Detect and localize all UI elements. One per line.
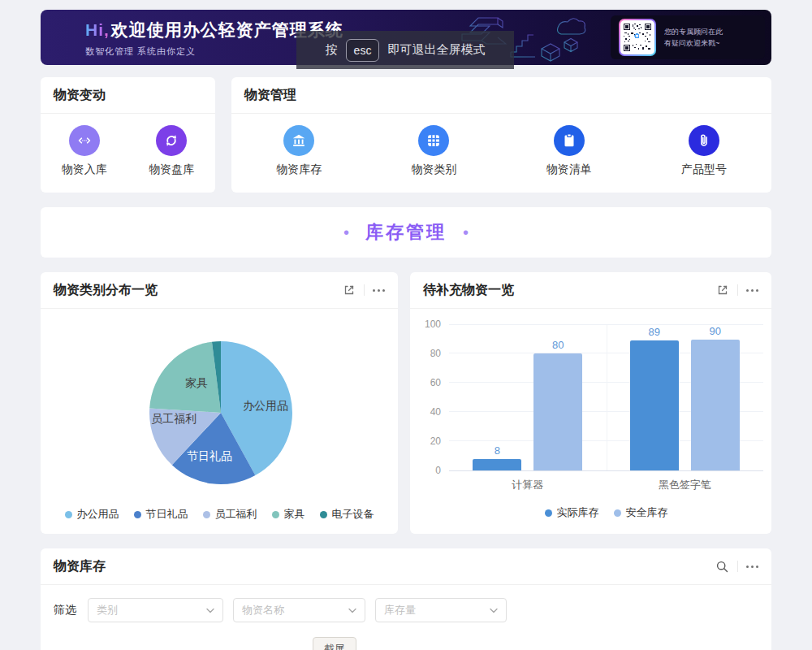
- clipboard-icon: [554, 125, 585, 156]
- export-icon[interactable]: [343, 284, 356, 297]
- bar-actual-stock[interactable]: [473, 459, 521, 470]
- shortcut-label: 物资类别: [411, 162, 456, 177]
- material-stock-title: 物资库存: [54, 558, 715, 575]
- material-management-title: 物资管理: [244, 87, 758, 104]
- stock-quantity-select[interactable]: 库存量: [375, 598, 507, 622]
- material-changes-card: 物资变动 物资入库: [41, 77, 215, 193]
- pie-card-title: 物资类别分布一览: [54, 282, 343, 299]
- y-axis-tick: 60: [412, 377, 441, 388]
- legend-item[interactable]: 家具: [272, 507, 305, 522]
- legend-item[interactable]: 办公用品: [65, 507, 119, 522]
- bar-safety-stock[interactable]: [691, 340, 740, 470]
- bar-value-label: 90: [710, 325, 721, 337]
- banner-greeting: Hi,: [85, 20, 111, 39]
- legend-item[interactable]: 安全库存: [614, 505, 668, 520]
- x-axis-label: 黑色签字笔: [607, 478, 764, 492]
- legend-dot: [65, 511, 72, 518]
- bar-value-label: 8: [495, 444, 500, 457]
- esc-key: esc: [346, 39, 380, 62]
- y-axis-tick: 100: [412, 318, 441, 330]
- bar-group-calculator: 8 80: [449, 325, 607, 470]
- shortcut-label: 产品型号: [681, 162, 727, 177]
- qr-caption: 您的专属顾问在此 有疑问欢迎来戳~: [664, 26, 723, 50]
- section-title: 库存管理: [365, 220, 447, 245]
- filter-label: 筛选: [54, 603, 76, 618]
- header-divider: [737, 561, 738, 572]
- shortcut-material-category[interactable]: 物资类别: [411, 125, 456, 177]
- legend-item[interactable]: 电子设备: [320, 507, 374, 522]
- shortcut-label: 物资盘库: [149, 162, 194, 177]
- legend-dot: [320, 511, 327, 518]
- legend-label: 安全库存: [626, 505, 668, 520]
- screenshot-button[interactable]: 截屏: [313, 637, 356, 650]
- legend-label: 节日礼品: [146, 507, 188, 522]
- bar-legend: 实际库存 安全库存: [449, 505, 763, 520]
- fullscreen-exit-toast: 按 esc 即可退出全屏模式: [296, 31, 514, 69]
- more-menu-icon[interactable]: [746, 566, 758, 568]
- more-menu-icon[interactable]: [373, 289, 385, 292]
- qr-code: [619, 19, 656, 56]
- legend-dot: [272, 511, 279, 518]
- legend-item[interactable]: 实际库存: [545, 505, 599, 520]
- y-axis-tick: 20: [412, 436, 441, 447]
- shortcut-label: 物资库存: [276, 162, 322, 177]
- material-changes-title: 物资变动: [54, 87, 202, 104]
- legend-label: 家具: [284, 507, 305, 522]
- bar-actual-stock[interactable]: [630, 340, 679, 470]
- material-name-select[interactable]: 物资名称: [233, 598, 365, 622]
- x-axis-label: 计算器: [449, 478, 607, 492]
- bar-group-black-pen: 89 90: [607, 325, 764, 470]
- bank-icon: [283, 125, 314, 156]
- bar-value-label: 89: [649, 326, 660, 338]
- bar-chart: 0 20 40 60 80 100 8 80: [410, 309, 771, 520]
- shortcut-material-stocktake[interactable]: 物资盘库: [149, 125, 194, 177]
- grid-icon: [418, 125, 449, 156]
- shortcut-material-list[interactable]: 物资清单: [546, 125, 592, 177]
- export-icon[interactable]: [716, 284, 729, 297]
- pie-chart: 办公用品 节日礼品 员工福利 家具: [41, 309, 398, 504]
- select-placeholder: 物资名称: [242, 603, 284, 618]
- legend-dot: [614, 509, 621, 517]
- legend-item[interactable]: 员工福利: [203, 507, 257, 522]
- category-distribution-card: 物资类别分布一览 办公用品 节日礼品 员工福利 家具 办公用品 节日礼品 员工福…: [41, 272, 398, 534]
- shortcut-material-stock[interactable]: 物资库存: [276, 125, 322, 177]
- pie-legend: 办公用品 节日礼品 员工福利 家具 电子设备: [41, 507, 398, 522]
- category-select[interactable]: 类别: [88, 598, 223, 622]
- qr-caption-line1: 您的专属顾问在此: [664, 26, 723, 37]
- legend-item[interactable]: 节日礼品: [134, 507, 188, 522]
- sync-icon: [156, 125, 187, 156]
- chevron-down-icon: [490, 608, 498, 613]
- legend-dot: [545, 509, 552, 517]
- pie-inner-label: 办公用品: [243, 399, 288, 412]
- inventory-section-banner: • 库存管理 •: [41, 207, 771, 258]
- more-menu-icon[interactable]: [746, 289, 758, 292]
- pie-inner-label: 员工福利: [151, 412, 197, 425]
- bar-safety-stock[interactable]: [533, 353, 582, 470]
- material-stock-card: 物资库存 筛选 类别 物资名称 库存量: [41, 548, 771, 650]
- qr-caption-line2: 有疑问欢迎来戳~: [664, 37, 723, 49]
- filter-row: 筛选 类别 物资名称 库存量: [41, 585, 771, 635]
- chevron-down-icon: [206, 608, 214, 613]
- shortcut-label: 物资清单: [546, 162, 592, 177]
- pie-inner-label: 节日礼品: [187, 449, 232, 462]
- section-dot-left: •: [343, 223, 349, 242]
- shortcut-product-model[interactable]: 产品型号: [681, 125, 727, 177]
- x-axis-labels: 计算器 黑色签字笔: [449, 478, 763, 492]
- search-icon[interactable]: [715, 560, 729, 574]
- restock-needed-card: 待补充物资一览 0 20 40 60 80: [410, 272, 771, 534]
- legend-dot: [134, 511, 141, 518]
- section-dot-right: •: [463, 223, 469, 242]
- arrows-in-out-icon: [69, 125, 100, 156]
- toast-prefix: 按: [326, 42, 338, 58]
- qr-panel: 您的专属顾问在此 有疑问欢迎来戳~: [611, 15, 765, 59]
- shortcut-material-inbound[interactable]: 物资入库: [62, 125, 107, 177]
- y-axis-tick: 40: [412, 406, 441, 418]
- shortcut-label: 物资入库: [62, 162, 107, 177]
- header-divider: [364, 284, 365, 296]
- select-placeholder: 库存量: [384, 603, 416, 618]
- legend-label: 实际库存: [557, 505, 599, 520]
- pie-inner-label: 家具: [185, 376, 208, 389]
- y-axis-tick: 0: [412, 465, 441, 476]
- legend-label: 员工福利: [215, 507, 257, 522]
- material-management-card: 物资管理 物资库存: [231, 77, 771, 193]
